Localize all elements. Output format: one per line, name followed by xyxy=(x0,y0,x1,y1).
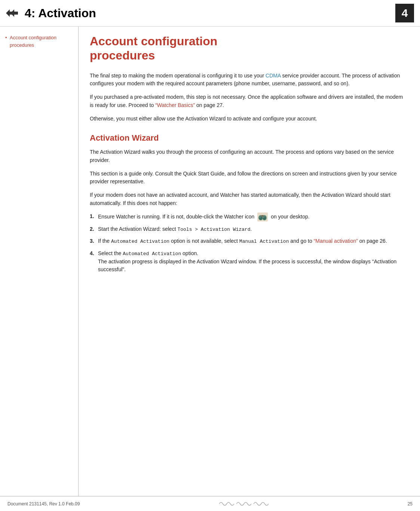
step-2-monospace: Tools > Activation Wizard xyxy=(177,227,250,232)
step-2-number: 2. xyxy=(90,225,98,233)
step-3-content: If the Automated Activation option is no… xyxy=(98,237,405,245)
step-4-number: 4. xyxy=(90,250,98,258)
watcher-desktop-icon xyxy=(257,212,268,221)
aw-paragraph-1: The Activation Wizard walks you through … xyxy=(90,148,405,164)
step-1-content: Ensure Watcher is running. If it is not,… xyxy=(98,212,405,221)
svg-point-9 xyxy=(260,217,261,218)
step-3-automated: Automated Activation xyxy=(111,239,169,244)
paragraph-1: The final step to making the modem opera… xyxy=(90,72,405,88)
step-2: 2. Start the Activation Wizard: select T… xyxy=(90,225,405,233)
paragraph-3: Otherwise, you must either allow use the… xyxy=(90,115,405,123)
activation-wizard-heading: Activation Wizard xyxy=(90,133,405,143)
step-3-manual: Manual Activation xyxy=(239,239,289,244)
sidebar-item-account-config[interactable]: Account configuration procedures xyxy=(6,34,72,49)
step-1: 1. Ensure Watcher is running. If it is n… xyxy=(90,212,405,221)
steps-list: 1. Ensure Watcher is running. If it is n… xyxy=(90,212,405,274)
step-3: 3. If the Automated Activation option is… xyxy=(90,237,405,245)
main-layout: Account configuration procedures Account… xyxy=(0,27,420,500)
step-4: 4. Select the Automated Activation optio… xyxy=(90,250,405,274)
footer-doc-id: Document 2131145, Rev 1.0 Feb.09 xyxy=(7,501,80,507)
step-2-content: Start the Activation Wizard: select Tool… xyxy=(98,225,405,233)
sidebar: Account configuration procedures xyxy=(0,27,79,500)
svg-point-8 xyxy=(263,217,266,220)
aw-paragraph-3: If your modem does not have an activated… xyxy=(90,191,405,207)
content-area: Account configurationprocedures The fina… xyxy=(79,27,420,500)
step-4-automated: Automated Activation xyxy=(123,251,181,257)
footer-wave-3 xyxy=(254,500,269,508)
footer-wave-1 xyxy=(219,500,234,508)
cdma-link[interactable]: CDMA xyxy=(266,73,280,79)
page-title: 4: Activation xyxy=(25,6,395,20)
sidebar-link-account-config[interactable]: Account configuration procedures xyxy=(10,35,56,48)
chapter-icon xyxy=(4,6,20,20)
svg-point-10 xyxy=(263,217,264,218)
page-footer: Document 2131145, Rev 1.0 Feb.09 25 xyxy=(0,496,420,511)
aw-paragraph-2: This section is a guide only. Consult th… xyxy=(90,170,405,186)
svg-point-7 xyxy=(259,217,262,220)
manual-activation-link[interactable]: “Manual activation” xyxy=(314,238,358,244)
page-header: 4: Activation 4 xyxy=(0,0,420,27)
section-heading-main: Account configurationprocedures xyxy=(90,34,405,63)
paragraph-2: If you purchased a pre-activated modem, … xyxy=(90,93,405,109)
step-3-number: 3. xyxy=(90,237,98,245)
watcher-basics-link[interactable]: “Watcher Basics” xyxy=(155,102,195,108)
footer-page-number: 25 xyxy=(408,501,413,507)
footer-waves xyxy=(219,500,269,508)
footer-wave-2 xyxy=(236,500,251,508)
step-4-content: Select the Automated Activation option. … xyxy=(98,250,405,274)
svg-rect-11 xyxy=(261,215,264,217)
chapter-badge: 4 xyxy=(395,4,414,22)
step-1-number: 1. xyxy=(90,212,98,221)
